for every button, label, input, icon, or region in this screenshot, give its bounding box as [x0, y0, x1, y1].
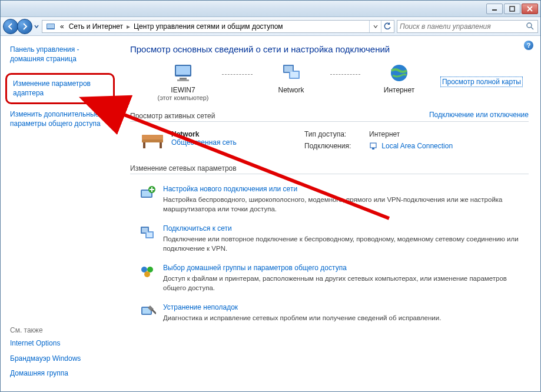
map-internet-label: Интернет [384, 86, 414, 94]
map-network-label: Network [278, 86, 304, 94]
svg-rect-1 [510, 6, 515, 11]
troubleshoot-icon [140, 303, 156, 320]
search-box[interactable] [397, 20, 538, 33]
sidebar-link-adapter-settings[interactable]: Изменение параметров адаптера [13, 79, 107, 98]
active-network-type-link[interactable]: Общественная сеть [171, 138, 237, 147]
breadcrumb-seg-2[interactable]: Центр управления сетями и общим доступом [131, 22, 286, 31]
action-connect-network-desc: Подключение или повторное подключение к … [163, 235, 529, 253]
history-dropdown[interactable] [34, 21, 39, 32]
seealso-heading: См. также [10, 326, 111, 334]
bench-icon [140, 130, 165, 151]
help-icon[interactable]: ? [524, 41, 533, 50]
action-homegroup-desc: Доступ к файлам и принтерам, расположенн… [163, 274, 529, 293]
body: Панель управления - домашняя страница Из… [1, 36, 540, 391]
svg-rect-10 [180, 78, 187, 79]
action-new-connection-title[interactable]: Настройка нового подключения или сети [163, 185, 297, 193]
svg-rect-9 [176, 66, 190, 75]
network-icon [280, 62, 303, 84]
connection-link[interactable]: Local Area Connection [381, 142, 453, 150]
forward-button[interactable] [17, 19, 32, 34]
close-button[interactable] [522, 4, 538, 14]
sidebar-link-advanced-sharing[interactable]: Изменить дополнительные параметры общего… [10, 110, 111, 128]
sidebar: Панель управления - домашняя страница Из… [1, 36, 118, 391]
actions-list: Настройка нового подключения или сети На… [130, 180, 529, 329]
address-bar[interactable]: « Сеть и Интернет ▸ Центр управления сет… [42, 20, 394, 33]
action-troubleshoot-desc: Диагностика и исправление сетевых пробле… [163, 314, 529, 323]
maximize-button[interactable] [504, 4, 520, 14]
window-frame: « Сеть и Интернет ▸ Центр управления сет… [0, 0, 541, 392]
access-type-value: Интернет [369, 130, 529, 139]
action-troubleshoot[interactable]: Устранение неполадок Диагностика и испра… [130, 298, 529, 329]
connections-label: Подключения: [304, 142, 369, 151]
svg-rect-5 [47, 24, 54, 28]
svg-rect-31 [147, 232, 152, 237]
sidebar-link-internet-options[interactable]: Internet Options [10, 339, 111, 348]
svg-point-6 [527, 23, 532, 28]
active-network-name: Network [171, 130, 237, 138]
breadcrumb-prefix[interactable]: « [58, 22, 67, 31]
minimize-button[interactable] [486, 4, 503, 14]
svg-rect-14 [284, 66, 293, 72]
map-computer-name: IEWIN7 [171, 86, 195, 94]
control-panel-icon [46, 22, 55, 31]
action-new-connection[interactable]: Настройка нового подключения или сети На… [130, 180, 529, 220]
svg-point-34 [144, 271, 150, 277]
homegroup-icon [140, 264, 156, 280]
page-title: Просмотр основных сведений о сети и наст… [130, 44, 529, 54]
svg-rect-21 [370, 143, 376, 148]
svg-rect-22 [372, 148, 374, 150]
new-connection-icon [140, 185, 156, 201]
action-connect-network-title[interactable]: Подключиться к сети [163, 224, 232, 232]
section-title-change: Изменение сетевых параметров [130, 164, 529, 172]
svg-rect-11 [177, 79, 189, 81]
search-icon [526, 22, 535, 31]
svg-rect-30 [142, 228, 148, 232]
chevron-right-icon: ▸ [125, 22, 131, 31]
address-dropdown[interactable] [369, 21, 381, 32]
svg-rect-17 [142, 139, 163, 142]
back-button[interactable] [3, 19, 18, 34]
svg-rect-18 [142, 135, 163, 139]
action-homegroup-title[interactable]: Выбор домашней группы и параметров общег… [163, 264, 347, 272]
search-input[interactable] [400, 22, 526, 31]
sidebar-link-homegroup[interactable]: Домашняя группа [10, 369, 111, 378]
map-link-1 [222, 74, 253, 75]
breadcrumb-seg-1[interactable]: Сеть и Интернет [67, 22, 125, 31]
ethernet-icon [369, 142, 377, 150]
action-new-connection-desc: Настройка беспроводного, широкополосного… [163, 195, 529, 214]
content-pane: ? Просмотр основных сведений о сети и на… [118, 36, 540, 391]
access-type-label: Тип доступа: [304, 130, 369, 139]
action-troubleshoot-title[interactable]: Устранение неполадок [163, 303, 238, 311]
connect-disconnect-link[interactable]: Подключение или отключение [429, 111, 529, 119]
map-node-internet: Интернет [364, 62, 434, 101]
svg-rect-15 [290, 72, 298, 78]
network-map: IEWIN7 (этот компьютер) Network Ин [130, 62, 529, 105]
view-full-map-link[interactable]: Просмотр полной карты [440, 77, 523, 87]
map-computer-sub: (этот компьютер) [157, 94, 208, 101]
highlight-annotation: Изменение параметров адаптера [5, 73, 115, 104]
section-divider-2 [130, 174, 529, 174]
map-node-network: Network [256, 62, 327, 101]
svg-line-7 [531, 27, 533, 29]
svg-rect-19 [143, 142, 145, 148]
connect-network-icon [140, 224, 156, 241]
map-node-computer: IEWIN7 (этот компьютер) [148, 62, 218, 101]
globe-icon [387, 62, 411, 84]
address-bar-row: « Сеть и Интернет ▸ Центр управления сет… [1, 17, 540, 36]
svg-point-16 [391, 65, 407, 81]
nav-buttons [3, 19, 39, 34]
action-connect-network[interactable]: Подключиться к сети Подключение или повт… [130, 220, 529, 259]
svg-rect-20 [160, 142, 162, 148]
sidebar-link-home[interactable]: Панель управления - домашняя страница [10, 45, 111, 64]
sidebar-link-firewall[interactable]: Брандмауэр Windows [10, 354, 111, 364]
refresh-button[interactable] [381, 21, 393, 32]
section-divider [130, 121, 529, 122]
titlebar [1, 1, 540, 17]
svg-rect-37 [151, 309, 156, 314]
computer-icon [171, 62, 195, 84]
map-link-2 [330, 74, 361, 75]
active-network-row: Network Общественная сеть Тип доступа: И… [130, 128, 529, 154]
action-homegroup[interactable]: Выбор домашней группы и параметров общег… [130, 259, 529, 298]
